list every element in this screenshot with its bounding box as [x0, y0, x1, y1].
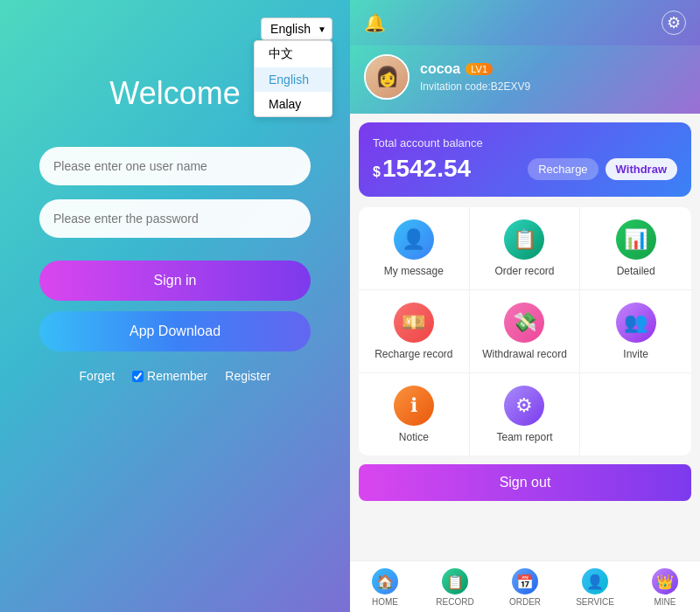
user-profile: 👩 cocoa LV1 Invitation code:B2EXV9 [350, 45, 700, 114]
invitation-code: Invitation code:B2EXV9 [420, 80, 530, 93]
language-dropdown: 中文 English Malay [254, 40, 332, 117]
settings-icon[interactable]: ⚙ [662, 10, 686, 35]
balance-card: Total account balance $1542.54 Recharge … [359, 122, 691, 197]
nav-icon: 👑 [652, 568, 678, 595]
nav-icon: 🏠 [372, 568, 398, 595]
grid-icon: 💸 [504, 303, 544, 343]
nav-item-home[interactable]: 🏠 HOME [350, 561, 420, 612]
grid-item-order-record[interactable]: 📋 Order record [470, 207, 581, 290]
grid-item-notice[interactable]: ℹ Notice [359, 373, 470, 456]
user-name-row: cocoa LV1 [420, 61, 530, 77]
nav-label: HOME [372, 597, 398, 607]
balance-buttons: Recharge Withdraw [528, 158, 677, 180]
grid-label: Detailed [617, 265, 655, 277]
grid-label: Invite [623, 348, 648, 360]
remember-text: Remember [147, 369, 207, 383]
app-header: 🔔 ⚙ [350, 0, 700, 45]
grid-label: My message [384, 265, 444, 277]
welcome-title: Welcome [109, 75, 240, 112]
register-link[interactable]: Register [225, 369, 270, 383]
grid-item-team-report[interactable]: ⚙ Team report [470, 373, 581, 456]
download-button[interactable]: App Download [39, 311, 311, 351]
grid-icon: 💴 [394, 303, 434, 343]
grid-label: Order record [494, 265, 554, 277]
grid-label: Team report [496, 431, 552, 443]
grid-item-my-message[interactable]: 👤 My message [359, 207, 470, 290]
remember-label[interactable]: Remember [132, 369, 207, 383]
nav-icon: 📅 [512, 568, 538, 595]
password-input[interactable] [39, 199, 311, 238]
forget-link[interactable]: Forget [80, 369, 115, 383]
balance-label: Total account balance [373, 136, 677, 150]
bell-icon[interactable]: 🔔 [364, 12, 386, 33]
withdraw-button[interactable]: Withdraw [606, 158, 677, 180]
nav-icon: 📋 [442, 568, 468, 595]
recharge-button[interactable]: Recharge [528, 158, 598, 180]
nav-item-service[interactable]: 👤 SERVICE [560, 561, 630, 612]
balance-amount: $1542.54 [373, 155, 471, 183]
nav-item-order[interactable]: 📅 ORDER [490, 561, 560, 612]
language-label: English [270, 22, 311, 36]
nav-label: ORDER [509, 597, 541, 607]
left-panel: English 中文 English Malay Welcome Sign in… [0, 0, 350, 612]
grid-icon: 📋 [504, 219, 544, 260]
grid-item-withdrawal-record[interactable]: 💸 Withdrawal record [470, 290, 581, 373]
grid-icon: ⚙ [504, 386, 544, 426]
lang-option-zh[interactable]: 中文 [255, 41, 332, 67]
lang-option-en[interactable]: English [255, 67, 332, 92]
level-badge: LV1 [466, 63, 493, 75]
user-info: cocoa LV1 Invitation code:B2EXV9 [420, 61, 530, 93]
icon-grid: 👤 My message 📋 Order record 📊 Detailed 💴… [359, 207, 691, 456]
nav-item-record[interactable]: 📋 RECORD [420, 561, 490, 612]
nav-icon: 👤 [582, 568, 608, 595]
remember-checkbox[interactable] [132, 371, 144, 382]
balance-symbol: $ [373, 164, 381, 179]
grid-icon: 👥 [616, 303, 656, 343]
grid-label: Recharge record [374, 348, 452, 360]
user-name: cocoa [420, 61, 460, 77]
nav-item-mine[interactable]: 👑 MINE [630, 561, 700, 612]
balance-row: $1542.54 Recharge Withdraw [373, 155, 677, 183]
grid-item-invite[interactable]: 👥 Invite [580, 290, 691, 373]
language-selector[interactable]: English 中文 English Malay [261, 17, 332, 40]
grid-item-recharge-record[interactable]: 💴 Recharge record [359, 290, 470, 373]
right-panel: 🔔 ⚙ 👩 cocoa LV1 Invitation code:B2EXV9 T… [350, 0, 700, 612]
bottom-links: Forget Remember Register [80, 369, 271, 383]
nav-label: SERVICE [576, 597, 614, 607]
nav-label: RECORD [436, 597, 473, 607]
signin-button[interactable]: Sign in [39, 261, 311, 301]
lang-option-my[interactable]: Malay [255, 92, 332, 116]
language-button[interactable]: English [261, 17, 332, 40]
grid-icon: 👤 [394, 219, 434, 260]
avatar: 👩 [364, 54, 410, 100]
nav-label: MINE [654, 597, 676, 607]
grid-icon: 📊 [616, 219, 656, 260]
grid-item-detailed[interactable]: 📊 Detailed [580, 207, 691, 290]
username-input[interactable] [39, 147, 311, 185]
signout-button[interactable]: Sign out [359, 464, 691, 501]
grid-label: Withdrawal record [482, 348, 567, 360]
avatar-image: 👩 [366, 56, 408, 98]
grid-icon: ℹ [394, 386, 434, 426]
balance-value: 1542.54 [382, 155, 471, 182]
bottom-nav: 🏠 HOME 📋 RECORD 📅 ORDER 👤 SERVICE 👑 MINE [350, 560, 700, 612]
grid-label: Notice [399, 431, 429, 443]
